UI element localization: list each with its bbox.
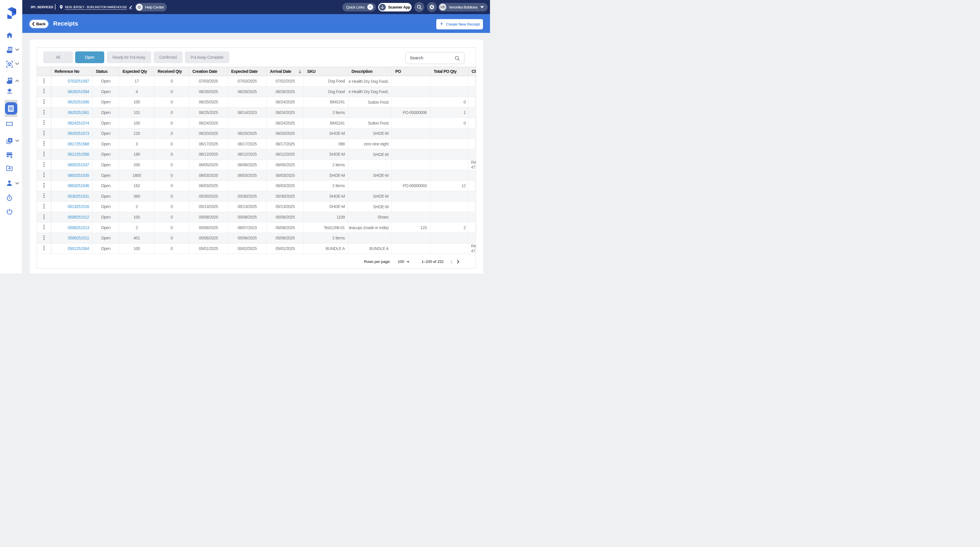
svg-text:i: i — [139, 6, 140, 8]
